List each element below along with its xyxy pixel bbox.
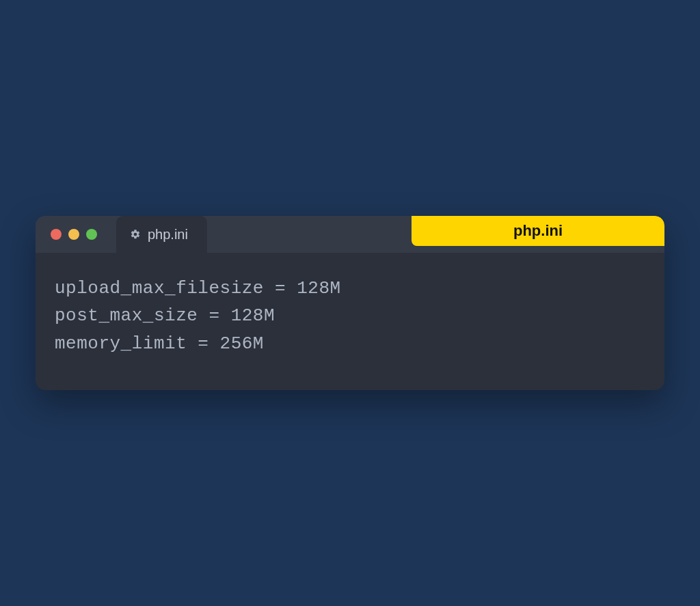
window-controls bbox=[36, 229, 97, 240]
code-editor[interactable]: upload_max_filesize = 128M post_max_size… bbox=[36, 253, 664, 390]
gear-icon bbox=[130, 229, 141, 240]
code-line: upload_max_filesize = 128M bbox=[55, 275, 645, 302]
maximize-button[interactable] bbox=[86, 229, 97, 240]
close-button[interactable] bbox=[51, 229, 62, 240]
editor-window: php.ini php.ini upload_max_filesize = 12… bbox=[36, 216, 664, 390]
code-line: post_max_size = 128M bbox=[55, 302, 645, 329]
tab-php-ini[interactable]: php.ini bbox=[116, 216, 207, 253]
minimize-button[interactable] bbox=[68, 229, 79, 240]
filename-badge: php.ini bbox=[412, 216, 664, 246]
titlebar: php.ini php.ini bbox=[36, 216, 664, 253]
badge-label: php.ini bbox=[513, 222, 563, 240]
code-line: memory_limit = 256M bbox=[55, 330, 645, 357]
tab-label: php.ini bbox=[148, 227, 188, 243]
